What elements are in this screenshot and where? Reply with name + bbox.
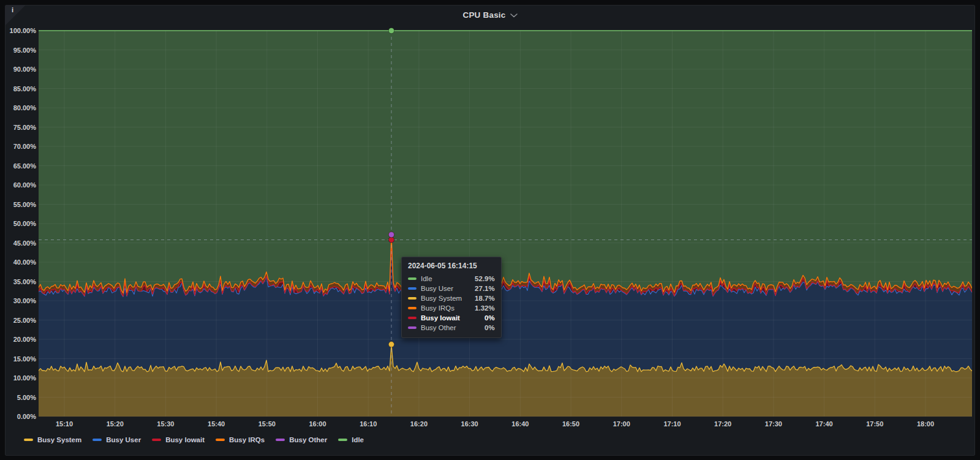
tooltip-row: Busy User27.1% — [408, 284, 495, 293]
hover-dot-idle — [388, 28, 394, 33]
x-tick-label: 18:00 — [907, 420, 944, 428]
tooltip-series-value: 0% — [484, 314, 495, 322]
series-color-swatch — [408, 317, 417, 319]
y-tick-label: 75.00% — [6, 124, 36, 131]
x-tick-label: 17:50 — [856, 420, 893, 428]
x-tick-label: 15:50 — [249, 420, 285, 428]
panel-header[interactable]: CPU Basic — [6, 6, 974, 24]
y-tick-label: 40.00% — [6, 258, 36, 266]
legend-item-busy-other[interactable]: Busy Other — [276, 436, 327, 443]
chart-plot-area[interactable] — [39, 26, 972, 417]
x-tick-label: 16:00 — [300, 420, 336, 428]
tooltip-row: Idle52.9% — [408, 274, 495, 284]
y-tick-label: 15.00% — [6, 355, 36, 363]
series-color-swatch — [408, 326, 417, 329]
y-tick-label: 90.00% — [6, 66, 36, 73]
x-tick-label: 16:20 — [401, 420, 437, 428]
hover-dot-busy-system — [388, 342, 394, 347]
y-tick-label: 100.00% — [6, 27, 36, 34]
tooltip-series-value: 27.1% — [475, 285, 495, 292]
hover-tooltip: 2024-06-05 16:14:15 Idle52.9%Busy User27… — [401, 257, 502, 338]
x-tick-label: 17:20 — [704, 420, 741, 428]
y-tick-label: 0.00% — [6, 413, 36, 420]
x-tick-label: 17:00 — [603, 420, 640, 428]
y-tick-label: 25.00% — [6, 317, 36, 324]
x-tick-label: 15:40 — [198, 420, 235, 428]
x-tick-label: 15:20 — [97, 420, 134, 428]
y-tick-label: 85.00% — [6, 85, 36, 92]
legend-item-busy-irqs[interactable]: Busy IRQs — [216, 436, 265, 443]
tooltip-series-label: Idle — [421, 275, 470, 282]
tooltip-timestamp: 2024-06-05 16:14:15 — [408, 262, 495, 270]
y-tick-label: 45.00% — [6, 239, 36, 247]
y-tick-label: 60.00% — [6, 181, 36, 189]
legend-item-busy-user[interactable]: Busy User — [92, 436, 141, 443]
x-tick-label: 15:30 — [147, 420, 184, 428]
tooltip-rows: Idle52.9%Busy User27.1%Busy System18.7%B… — [408, 274, 495, 333]
tooltip-row: Busy Iowait0% — [408, 313, 495, 323]
legend-item-idle[interactable]: Idle — [338, 436, 364, 443]
tooltip-series-label: Busy Other — [421, 324, 480, 331]
hover-dot-busy-other — [388, 232, 394, 238]
legend-label: Busy IRQs — [229, 436, 265, 443]
grafana-panel-view: i CPU Basic 100.00%95.00%90.00%85.00%80.… — [0, 0, 980, 460]
cpu-chart-svg[interactable] — [39, 26, 972, 417]
tooltip-series-value: 1.32% — [475, 304, 495, 312]
tooltip-row: Busy Other0% — [408, 323, 495, 333]
y-tick-label: 55.00% — [6, 201, 36, 208]
x-tick-label: 17:30 — [755, 420, 792, 428]
hover-dot-busy-iowait — [388, 237, 394, 243]
legend-color-swatch — [276, 439, 285, 441]
tooltip-row: Busy IRQs1.32% — [408, 303, 495, 313]
tooltip-series-label: Busy Iowait — [421, 314, 480, 322]
legend-item-busy-system[interactable]: Busy System — [24, 436, 81, 443]
series-color-swatch — [408, 307, 417, 309]
x-tick-label: 17:40 — [806, 420, 843, 428]
grid-lines — [39, 31, 972, 417]
tooltip-row: Busy System18.7% — [408, 293, 495, 303]
y-tick-label: 35.00% — [6, 278, 36, 285]
legend-color-swatch — [92, 439, 102, 441]
legend-color-swatch — [216, 439, 225, 441]
legend-label: Busy User — [106, 436, 141, 443]
legend: Busy SystemBusy UserBusy IowaitBusy IRQs… — [24, 436, 364, 443]
area-idle — [39, 31, 972, 293]
tooltip-series-label: Busy User — [421, 285, 470, 292]
series-color-swatch — [408, 287, 417, 290]
tooltip-series-label: Busy IRQs — [421, 304, 470, 312]
legend-color-swatch — [152, 439, 161, 441]
y-tick-label: 20.00% — [6, 336, 36, 343]
chevron-down-icon — [510, 13, 518, 18]
series-color-swatch — [408, 297, 417, 300]
legend-color-swatch — [24, 439, 33, 441]
legend-label: Idle — [352, 436, 364, 443]
legend-label: Busy Other — [289, 436, 327, 443]
y-tick-label: 95.00% — [6, 47, 36, 54]
tooltip-series-value: 0% — [484, 324, 495, 331]
series-color-swatch — [408, 277, 417, 280]
legend-label: Busy Iowait — [165, 436, 205, 443]
y-tick-label: 30.00% — [6, 297, 36, 304]
y-tick-label: 5.00% — [6, 394, 36, 401]
x-tick-label: 16:10 — [350, 420, 386, 428]
y-tick-label: 80.00% — [6, 104, 36, 111]
y-tick-label: 50.00% — [6, 220, 36, 227]
legend-label: Busy System — [37, 436, 81, 443]
y-tick-label: 70.00% — [6, 143, 36, 150]
cpu-basic-panel: i CPU Basic 100.00%95.00%90.00%85.00%80.… — [5, 5, 975, 456]
y-tick-label: 10.00% — [6, 374, 36, 382]
x-tick-label: 16:30 — [451, 420, 488, 428]
panel-title-text: CPU Basic — [462, 10, 505, 20]
x-tick-label: 17:10 — [654, 420, 690, 428]
panel-title[interactable]: CPU Basic — [462, 10, 517, 20]
x-tick-label: 16:50 — [552, 420, 589, 428]
legend-item-busy-iowait[interactable]: Busy Iowait — [152, 436, 205, 443]
tooltip-series-label: Busy System — [421, 295, 470, 302]
tooltip-series-value: 18.7% — [475, 295, 495, 302]
y-tick-label: 65.00% — [6, 162, 36, 170]
x-tick-label: 15:10 — [46, 420, 83, 428]
x-tick-label: 16:40 — [502, 420, 538, 428]
legend-color-swatch — [338, 439, 347, 441]
tooltip-series-value: 52.9% — [475, 275, 495, 282]
